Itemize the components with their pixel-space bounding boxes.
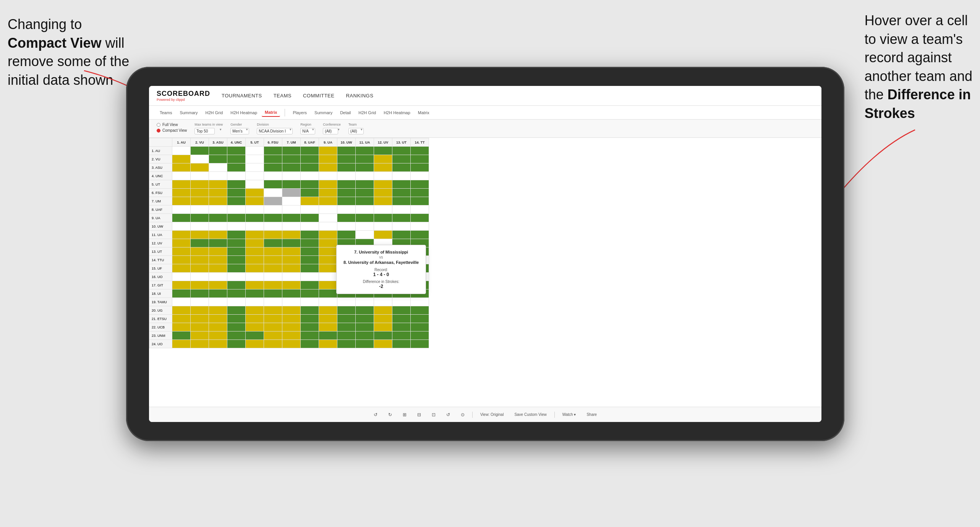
- matrix-cell[interactable]: [227, 189, 246, 197]
- matrix-cell[interactable]: [209, 315, 227, 323]
- matrix-scroll[interactable]: 1. AU 2. VU 3. ASU 4. UNC 5. UT 6. FSU 7…: [149, 138, 821, 407]
- matrix-cell[interactable]: [209, 197, 227, 205]
- matrix-cell[interactable]: [337, 214, 356, 222]
- matrix-cell[interactable]: [246, 323, 264, 331]
- team-select[interactable]: (All): [348, 128, 364, 134]
- matrix-cell[interactable]: [301, 197, 319, 205]
- nav-rankings[interactable]: RANKINGS: [346, 91, 373, 100]
- matrix-cell[interactable]: [392, 180, 411, 189]
- matrix-cell[interactable]: [301, 281, 319, 289]
- matrix-cell[interactable]: [209, 180, 227, 189]
- matrix-cell[interactable]: [172, 214, 191, 222]
- matrix-cell[interactable]: [172, 323, 191, 331]
- matrix-cell[interactable]: [172, 222, 191, 231]
- matrix-cell[interactable]: [301, 298, 319, 306]
- matrix-cell[interactable]: [191, 247, 209, 256]
- matrix-cell[interactable]: [319, 323, 337, 331]
- matrix-cell[interactable]: [301, 172, 319, 180]
- matrix-cell[interactable]: [282, 315, 301, 323]
- matrix-cell[interactable]: [282, 239, 301, 247]
- matrix-cell[interactable]: [411, 315, 429, 323]
- matrix-cell[interactable]: [374, 189, 392, 197]
- matrix-cell[interactable]: [337, 323, 356, 331]
- matrix-cell[interactable]: [209, 264, 227, 273]
- matrix-cell[interactable]: [301, 247, 319, 256]
- matrix-cell[interactable]: [172, 239, 191, 247]
- matrix-cell[interactable]: [246, 298, 264, 306]
- matrix-cell[interactable]: [246, 222, 264, 231]
- matrix-cell[interactable]: [374, 298, 392, 306]
- matrix-cell[interactable]: [209, 205, 227, 214]
- matrix-cell[interactable]: [191, 289, 209, 298]
- matrix-cell[interactable]: [374, 231, 392, 239]
- matrix-cell[interactable]: [356, 298, 374, 306]
- region-select[interactable]: N/A: [300, 128, 315, 134]
- matrix-cell[interactable]: [392, 163, 411, 172]
- matrix-cell[interactable]: [264, 340, 282, 348]
- matrix-cell[interactable]: [172, 189, 191, 197]
- matrix-cell[interactable]: [356, 323, 374, 331]
- tab-h2h-grid1[interactable]: H2H Grid: [202, 109, 226, 116]
- matrix-cell[interactable]: [191, 239, 209, 247]
- nav-tournaments[interactable]: TOURNAMENTS: [222, 91, 262, 100]
- matrix-cell[interactable]: [301, 155, 319, 163]
- matrix-cell[interactable]: [172, 197, 191, 205]
- matrix-cell[interactable]: [209, 306, 227, 315]
- matrix-cell[interactable]: [337, 205, 356, 214]
- matrix-cell[interactable]: [282, 256, 301, 264]
- matrix-cell[interactable]: [319, 214, 337, 222]
- tab-h2h-heatmap1[interactable]: H2H Heatmap: [227, 109, 260, 116]
- matrix-cell[interactable]: [282, 298, 301, 306]
- matrix-cell[interactable]: [392, 205, 411, 214]
- compact-view-option[interactable]: Compact View: [157, 128, 187, 133]
- matrix-cell[interactable]: [411, 155, 429, 163]
- matrix-cell[interactable]: [172, 289, 191, 298]
- matrix-cell[interactable]: [301, 256, 319, 264]
- matrix-cell[interactable]: [356, 155, 374, 163]
- matrix-cell[interactable]: [337, 163, 356, 172]
- matrix-cell[interactable]: [172, 180, 191, 189]
- matrix-cell[interactable]: [319, 264, 337, 273]
- matrix-cell[interactable]: [411, 172, 429, 180]
- matrix-cell[interactable]: [264, 231, 282, 239]
- conference-select[interactable]: (All): [323, 128, 338, 134]
- matrix-cell[interactable]: [319, 147, 337, 155]
- matrix-cell[interactable]: [319, 172, 337, 180]
- matrix-cell[interactable]: [411, 197, 429, 205]
- matrix-cell[interactable]: [246, 281, 264, 289]
- matrix-cell[interactable]: [301, 239, 319, 247]
- matrix-cell[interactable]: [172, 281, 191, 289]
- matrix-cell[interactable]: [191, 189, 209, 197]
- matrix-cell[interactable]: [356, 340, 374, 348]
- matrix-cell[interactable]: [392, 214, 411, 222]
- matrix-cell[interactable]: [246, 306, 264, 315]
- matrix-cell[interactable]: [282, 273, 301, 281]
- matrix-cell[interactable]: [246, 205, 264, 214]
- matrix-cell[interactable]: [246, 189, 264, 197]
- matrix-cell[interactable]: [209, 298, 227, 306]
- settings-btn[interactable]: ⊙: [458, 411, 468, 419]
- matrix-cell[interactable]: [392, 306, 411, 315]
- matrix-cell[interactable]: [319, 247, 337, 256]
- save-custom-btn[interactable]: Save Custom View: [511, 411, 549, 418]
- matrix-cell[interactable]: [301, 147, 319, 155]
- matrix-cell[interactable]: [227, 214, 246, 222]
- matrix-cell[interactable]: [227, 289, 246, 298]
- matrix-cell[interactable]: [227, 231, 246, 239]
- matrix-cell[interactable]: [172, 340, 191, 348]
- matrix-cell[interactable]: [209, 281, 227, 289]
- matrix-cell[interactable]: [319, 239, 337, 247]
- matrix-cell[interactable]: [356, 231, 374, 239]
- matrix-cell[interactable]: [374, 222, 392, 231]
- matrix-cell[interactable]: [411, 147, 429, 155]
- matrix-cell[interactable]: [191, 340, 209, 348]
- matrix-cell[interactable]: [172, 205, 191, 214]
- matrix-cell[interactable]: [191, 231, 209, 239]
- matrix-cell[interactable]: [374, 315, 392, 323]
- matrix-cell[interactable]: [282, 214, 301, 222]
- tab-summary1[interactable]: Summary: [177, 109, 201, 116]
- matrix-cell[interactable]: [227, 197, 246, 205]
- tab-players[interactable]: Players: [290, 109, 310, 116]
- matrix-cell[interactable]: [411, 298, 429, 306]
- matrix-cell[interactable]: [264, 214, 282, 222]
